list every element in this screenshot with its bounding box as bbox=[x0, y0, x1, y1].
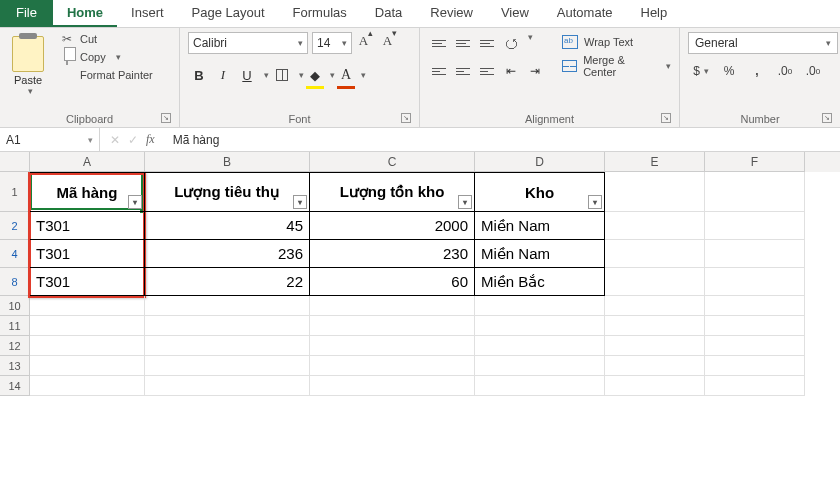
select-all-corner[interactable] bbox=[0, 152, 30, 172]
spreadsheet-grid[interactable]: A B C D E F 1 Mã hàng▾ Lượng tiêu thụ▾ L… bbox=[0, 152, 840, 396]
cell[interactable]: Lượng tiêu thụ▾ bbox=[145, 172, 310, 212]
cell[interactable] bbox=[605, 336, 705, 356]
cell[interactable] bbox=[705, 268, 805, 296]
copy-button[interactable]: Copy▾ bbox=[60, 50, 153, 64]
borders-button[interactable] bbox=[271, 64, 293, 86]
cell[interactable] bbox=[605, 212, 705, 240]
filter-button[interactable]: ▾ bbox=[588, 195, 602, 209]
cell[interactable]: Mã hàng▾ bbox=[30, 172, 145, 212]
view-tab[interactable]: View bbox=[487, 0, 543, 27]
column-header[interactable]: B bbox=[145, 152, 310, 172]
align-left-button[interactable] bbox=[428, 60, 450, 82]
cell[interactable] bbox=[605, 172, 705, 212]
cell[interactable] bbox=[605, 268, 705, 296]
cell[interactable]: Miền Bắc bbox=[475, 268, 605, 296]
cell[interactable] bbox=[145, 296, 310, 316]
italic-button[interactable]: I bbox=[212, 64, 234, 86]
cell[interactable]: 230 bbox=[310, 240, 475, 268]
font-size-select[interactable]: 14▾ bbox=[312, 32, 352, 54]
cell[interactable] bbox=[310, 336, 475, 356]
cell[interactable]: Miền Nam bbox=[475, 240, 605, 268]
merge-center-button[interactable]: Merge & Center▾ bbox=[562, 56, 671, 76]
cell[interactable] bbox=[705, 356, 805, 376]
cell[interactable] bbox=[605, 240, 705, 268]
align-center-button[interactable] bbox=[452, 60, 474, 82]
wrap-text-button[interactable]: Wrap Text bbox=[562, 32, 671, 52]
cell[interactable] bbox=[145, 356, 310, 376]
font-launcher-icon[interactable]: ↘ bbox=[401, 113, 411, 123]
cell[interactable]: T301 bbox=[30, 240, 145, 268]
row-header[interactable]: 2 bbox=[0, 212, 30, 240]
row-header[interactable]: 4 bbox=[0, 240, 30, 268]
cell[interactable] bbox=[30, 356, 145, 376]
decrease-font-button[interactable]: A▾ bbox=[380, 32, 400, 54]
filter-button[interactable]: ▾ bbox=[128, 195, 142, 209]
cell[interactable] bbox=[475, 356, 605, 376]
cell[interactable] bbox=[705, 212, 805, 240]
cell[interactable] bbox=[145, 336, 310, 356]
formulas-tab[interactable]: Formulas bbox=[279, 0, 361, 27]
cell[interactable] bbox=[30, 296, 145, 316]
cell[interactable]: 60 bbox=[310, 268, 475, 296]
increase-indent-button[interactable]: ⇥ bbox=[524, 60, 546, 82]
align-bottom-button[interactable] bbox=[476, 32, 498, 54]
cell[interactable] bbox=[30, 316, 145, 336]
fill-color-button[interactable]: ◆ bbox=[306, 64, 324, 86]
chevron-down-icon[interactable]: ▾ bbox=[88, 135, 93, 145]
row-header[interactable]: 13 bbox=[0, 356, 30, 376]
filter-button[interactable]: ▾ bbox=[458, 195, 472, 209]
comma-format-button[interactable]: , bbox=[744, 60, 770, 82]
insert-tab[interactable]: Insert bbox=[117, 0, 178, 27]
chevron-down-icon[interactable]: ▾ bbox=[528, 32, 533, 54]
cell[interactable] bbox=[705, 296, 805, 316]
font-color-button[interactable]: A bbox=[337, 64, 355, 86]
column-header[interactable]: F bbox=[705, 152, 805, 172]
review-tab[interactable]: Review bbox=[416, 0, 487, 27]
cell[interactable] bbox=[705, 316, 805, 336]
cell[interactable] bbox=[145, 316, 310, 336]
cell[interactable] bbox=[30, 376, 145, 396]
increase-font-button[interactable]: A▴ bbox=[356, 32, 376, 54]
cut-button[interactable]: ✂Cut bbox=[60, 32, 153, 46]
cell[interactable]: T301 bbox=[30, 268, 145, 296]
cell[interactable] bbox=[705, 240, 805, 268]
cell[interactable] bbox=[705, 172, 805, 212]
cell[interactable] bbox=[705, 376, 805, 396]
align-middle-button[interactable] bbox=[452, 32, 474, 54]
cell[interactable]: Miền Nam bbox=[475, 212, 605, 240]
row-header[interactable]: 10 bbox=[0, 296, 30, 316]
help-tab[interactable]: Help bbox=[627, 0, 682, 27]
increase-decimal-button[interactable]: .00 bbox=[772, 60, 798, 82]
page-layout-tab[interactable]: Page Layout bbox=[178, 0, 279, 27]
cell[interactable] bbox=[605, 356, 705, 376]
decrease-decimal-button[interactable]: .00 bbox=[800, 60, 826, 82]
cell[interactable] bbox=[30, 336, 145, 356]
cell[interactable] bbox=[145, 376, 310, 396]
cell[interactable] bbox=[475, 316, 605, 336]
bold-button[interactable]: B bbox=[188, 64, 210, 86]
number-format-select[interactable]: General▾ bbox=[688, 32, 838, 54]
accounting-format-button[interactable]: $▾ bbox=[688, 60, 714, 82]
cell[interactable] bbox=[310, 296, 475, 316]
chevron-down-icon[interactable]: ▾ bbox=[28, 86, 33, 96]
cell[interactable]: 22 bbox=[145, 268, 310, 296]
cell[interactable] bbox=[310, 316, 475, 336]
column-header[interactable]: E bbox=[605, 152, 705, 172]
cell[interactable]: 236 bbox=[145, 240, 310, 268]
cell[interactable]: Kho▾ bbox=[475, 172, 605, 212]
cell[interactable]: T301 bbox=[30, 212, 145, 240]
cell[interactable] bbox=[705, 336, 805, 356]
cell[interactable]: Lượng tồn kho▾ bbox=[310, 172, 475, 212]
cell[interactable] bbox=[605, 316, 705, 336]
percent-format-button[interactable]: % bbox=[716, 60, 742, 82]
fx-icon[interactable]: fx bbox=[146, 132, 155, 147]
decrease-indent-button[interactable]: ⇤ bbox=[500, 60, 522, 82]
chevron-down-icon[interactable]: ▾ bbox=[330, 70, 335, 80]
column-header[interactable]: C bbox=[310, 152, 475, 172]
column-header[interactable]: A bbox=[30, 152, 145, 172]
chevron-down-icon[interactable]: ▾ bbox=[666, 61, 671, 71]
cell[interactable] bbox=[605, 376, 705, 396]
chevron-down-icon[interactable]: ▾ bbox=[299, 70, 304, 80]
data-tab[interactable]: Data bbox=[361, 0, 416, 27]
align-right-button[interactable] bbox=[476, 60, 498, 82]
